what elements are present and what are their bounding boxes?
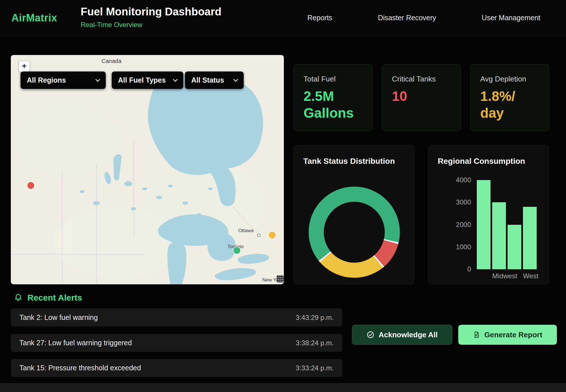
- alert-timestamp: 3:38:24 p.m.: [296, 339, 334, 347]
- alert-message: Tank 2: Low fuel warning: [19, 313, 98, 322]
- acknowledge-all-button[interactable]: Acknowledge All: [352, 325, 452, 345]
- y-axis-tick-label: 0: [467, 265, 471, 273]
- critical-tanks-value: 10: [392, 88, 451, 105]
- regional-bar-plot[interactable]: [477, 180, 537, 269]
- label-canada: Canada: [101, 58, 122, 64]
- document-icon: [473, 331, 480, 338]
- stat-label: Critical Tanks: [392, 75, 451, 83]
- chevron-down-icon: [95, 77, 100, 82]
- y-axis-tick-label: 1000: [456, 243, 471, 251]
- app-logo: AirMatrix: [11, 12, 57, 24]
- map-zoom-in-button[interactable]: +: [19, 61, 30, 72]
- alert-timestamp: 3:43:29 p.m.: [296, 314, 334, 322]
- avg-depletion-card: Avg Depletion 1.8%/ day: [470, 64, 549, 131]
- x-axis-tick-label: [477, 272, 490, 280]
- map-marker-critical[interactable]: [27, 182, 34, 189]
- alert-row[interactable]: Tank 15: Pressure threshold exceeded 3:3…: [11, 359, 342, 377]
- tank-map[interactable]: Canada Ottawa Toronto New York + All Reg…: [11, 55, 284, 284]
- alert-row[interactable]: Tank 27: Low fuel warning triggered 3:38…: [11, 334, 342, 352]
- y-axis-tick-label: 3000: [456, 198, 471, 206]
- regional-x-labels: MidwestWest: [477, 272, 537, 280]
- x-axis-tick-label: West: [523, 272, 537, 280]
- recent-alerts-heading: Recent Alerts: [14, 293, 82, 303]
- avg-depletion-value: 1.8%/ day: [480, 88, 539, 121]
- alert-message: Tank 15: Pressure threshold exceeded: [19, 364, 141, 372]
- alert-row[interactable]: Tank 2: Low fuel warning 3:43:29 p.m.: [11, 309, 342, 326]
- header-titles: Fuel Monitoring Dashboard Real-Time Over…: [81, 6, 221, 29]
- nav-reports[interactable]: Reports: [308, 14, 333, 22]
- label-ottawa: Ottawa: [238, 228, 254, 233]
- top-navigation: Reports Disaster Recovery User Managemen…: [308, 0, 540, 36]
- nav-user-management[interactable]: User Management: [482, 14, 540, 22]
- fuel-monitoring-dashboard: AirMatrix Fuel Monitoring Dashboard Real…: [0, 0, 566, 392]
- y-axis-tick-label: 4000: [456, 176, 471, 184]
- chevron-down-icon: [173, 77, 178, 82]
- generate-report-label: Generate Report: [484, 330, 542, 339]
- tank-status-card: Tank Status Distribution: [294, 145, 414, 284]
- chevron-down-icon: [233, 77, 238, 82]
- consumption-bar: [508, 225, 521, 270]
- check-circle-icon: [367, 331, 374, 339]
- alert-timestamp: 3:33:24 p.m.: [296, 364, 334, 372]
- recent-alerts-title: Recent Alerts: [27, 293, 82, 303]
- page-title: Fuel Monitoring Dashboard: [81, 6, 221, 18]
- status-filter-value: All Status: [191, 76, 224, 84]
- lake-michigan: [167, 242, 186, 284]
- region-filter-value: All Regions: [27, 76, 66, 84]
- region-filter-dropdown[interactable]: All Regions: [21, 72, 106, 89]
- regional-y-axis: 01000200030004000: [445, 180, 473, 269]
- bottom-strip: [0, 383, 566, 392]
- map-marker-normal[interactable]: [233, 247, 240, 254]
- map-marker-warning[interactable]: [269, 232, 276, 238]
- bell-icon: [14, 293, 23, 302]
- map-resize-handle[interactable]: [276, 275, 284, 283]
- ottawa-city-dot: [257, 234, 260, 237]
- tank-status-title: Tank Status Distribution: [303, 157, 395, 166]
- total-fuel-card: Total Fuel 2.5M Gallons: [294, 64, 372, 131]
- regional-consumption-title: Regional Consumption: [438, 157, 525, 166]
- x-axis-tick-label: Midwest: [492, 272, 506, 280]
- critical-tanks-card: Critical Tanks 10: [382, 64, 461, 131]
- app-header: AirMatrix Fuel Monitoring Dashboard Real…: [0, 0, 566, 36]
- donut-hole: [324, 202, 385, 263]
- total-fuel-value: 2.5M Gallons: [304, 88, 363, 121]
- consumption-bar: [477, 180, 490, 269]
- stat-label: Avg Depletion: [480, 75, 539, 83]
- regional-consumption-card: Regional Consumption 01000200030004000 M…: [428, 145, 549, 284]
- tank-status-donut[interactable]: [309, 187, 400, 278]
- fuel-type-filter-value: All Fuel Types: [118, 76, 166, 84]
- status-filter-dropdown[interactable]: All Status: [185, 72, 244, 89]
- alert-message: Tank 27: Low fuel warning triggered: [19, 339, 132, 347]
- consumption-bar: [523, 207, 537, 269]
- nav-disaster-recovery[interactable]: Disaster Recovery: [378, 14, 436, 22]
- acknowledge-all-label: Acknowledge All: [378, 330, 437, 339]
- stat-label: Total Fuel: [304, 75, 363, 83]
- generate-report-button[interactable]: Generate Report: [458, 325, 557, 345]
- page-subtitle: Real-Time Overview: [81, 21, 221, 29]
- consumption-bar: [492, 202, 506, 269]
- map-canvas: Canada Ottawa Toronto New York: [11, 55, 284, 284]
- y-axis-tick-label: 2000: [456, 221, 471, 229]
- x-axis-tick-label: [508, 272, 521, 280]
- fuel-type-filter-dropdown[interactable]: All Fuel Types: [112, 72, 183, 89]
